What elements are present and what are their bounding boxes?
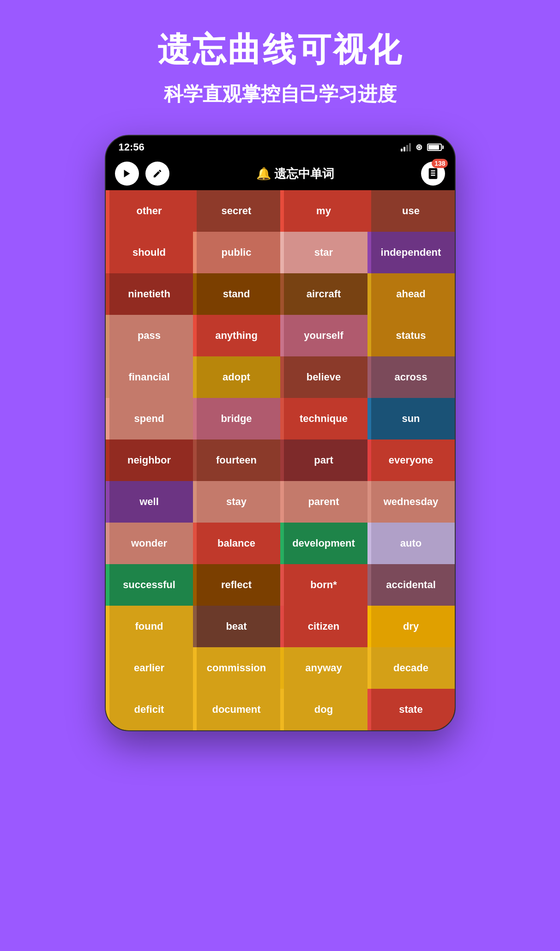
word-cell[interactable]: stand [193, 273, 280, 315]
word-cell[interactable]: neighbor [106, 439, 193, 481]
word-cell[interactable]: beat [193, 606, 280, 647]
play-button[interactable] [115, 162, 139, 186]
word-cell[interactable]: earlier [106, 647, 193, 689]
word-label: neighbor [127, 454, 171, 466]
word-cell[interactable]: star [280, 232, 367, 273]
word-cell[interactable]: pass [106, 315, 193, 356]
word-label: believe [307, 371, 341, 383]
word-label: yourself [304, 330, 343, 342]
word-cell[interactable]: across [367, 356, 455, 398]
word-cell[interactable]: development [280, 523, 367, 564]
word-label: anyway [305, 662, 342, 674]
word-label: everyone [389, 454, 434, 466]
word-cell[interactable]: document [193, 689, 280, 730]
word-label: citizen [308, 620, 339, 632]
word-label: document [212, 704, 260, 716]
word-cell[interactable]: status [367, 315, 455, 356]
page-title: 遗忘曲线可视化 [157, 28, 403, 72]
word-label: should [132, 247, 166, 259]
word-label: deficit [134, 704, 164, 716]
word-cell[interactable]: dog [280, 689, 367, 730]
word-cell[interactable]: wednesday [367, 481, 455, 523]
word-label: stand [223, 288, 250, 300]
word-label: anything [215, 330, 258, 342]
word-cell[interactable]: deficit [106, 689, 193, 730]
word-cell[interactable]: everyone [367, 439, 455, 481]
word-label: earlier [134, 662, 164, 674]
word-cell[interactable]: balance [193, 523, 280, 564]
word-cell[interactable]: yourself [280, 315, 367, 356]
toolbar-right: 138 [421, 162, 445, 186]
word-cell[interactable]: financial [106, 356, 193, 398]
word-label: parent [308, 496, 339, 508]
word-cell[interactable]: technique [280, 398, 367, 439]
word-cell[interactable]: other [106, 190, 193, 232]
word-cell[interactable]: state [367, 689, 455, 730]
svg-marker-0 [124, 170, 130, 178]
word-cell[interactable]: ninetieth [106, 273, 193, 315]
page-subtitle: 科学直观掌控自己学习进度 [164, 81, 397, 107]
word-cell[interactable]: independent [367, 232, 455, 273]
word-cell[interactable]: well [106, 481, 193, 523]
word-cell[interactable]: my [280, 190, 367, 232]
word-label: balance [217, 537, 255, 549]
word-label: commission [207, 662, 266, 674]
word-label: dog [314, 704, 333, 716]
word-label: fourteen [216, 454, 257, 466]
word-cell[interactable]: reflect [193, 564, 280, 606]
word-label: spend [134, 413, 164, 425]
word-cell[interactable]: believe [280, 356, 367, 398]
word-cell[interactable]: stay [193, 481, 280, 523]
app-toolbar: 🔔 遗忘中单词 138 [106, 157, 455, 190]
word-label: stay [226, 496, 247, 508]
word-label: public [222, 247, 252, 259]
word-cell[interactable]: auto [367, 523, 455, 564]
word-cell[interactable]: aircraft [280, 273, 367, 315]
word-cell[interactable]: citizen [280, 606, 367, 647]
word-label: successful [123, 579, 175, 591]
word-label: reflect [221, 579, 252, 591]
status-icons: ⊛ [401, 142, 442, 152]
word-label: state [399, 704, 422, 716]
word-label: bridge [221, 413, 252, 425]
word-cell[interactable]: found [106, 606, 193, 647]
word-cell[interactable]: commission [193, 647, 280, 689]
word-cell[interactable]: ahead [367, 273, 455, 315]
word-label: ninetieth [128, 288, 170, 300]
word-cell[interactable]: sun [367, 398, 455, 439]
word-cell[interactable]: anything [193, 315, 280, 356]
word-label: pass [138, 330, 161, 342]
word-label: ahead [396, 288, 426, 300]
word-cell[interactable]: wonder [106, 523, 193, 564]
word-cell[interactable]: fourteen [193, 439, 280, 481]
word-cell[interactable]: adopt [193, 356, 280, 398]
word-cell[interactable]: spend [106, 398, 193, 439]
word-cell[interactable]: secret [193, 190, 280, 232]
word-cell[interactable]: accidental [367, 564, 455, 606]
word-cell[interactable]: public [193, 232, 280, 273]
word-grid: othersecretmyuseshouldpublicstarindepend… [106, 190, 455, 730]
word-cell[interactable]: successful [106, 564, 193, 606]
word-label: status [396, 330, 426, 342]
word-label: technique [300, 413, 348, 425]
word-cell[interactable]: dry [367, 606, 455, 647]
word-cell[interactable]: decade [367, 647, 455, 689]
word-label: well [139, 496, 159, 508]
word-label: part [314, 454, 333, 466]
word-cell[interactable]: bridge [193, 398, 280, 439]
word-label: wonder [131, 537, 167, 549]
signal-icon [401, 143, 411, 151]
edit-button[interactable] [145, 162, 169, 186]
status-bar: 12:56 ⊛ [106, 136, 455, 157]
word-label: aircraft [307, 288, 341, 300]
word-label: born* [310, 579, 337, 591]
word-cell[interactable]: part [280, 439, 367, 481]
word-cell[interactable]: born* [280, 564, 367, 606]
word-cell[interactable]: parent [280, 481, 367, 523]
word-label: accidental [386, 579, 436, 591]
word-cell[interactable]: anyway [280, 647, 367, 689]
word-cell[interactable]: should [106, 232, 193, 273]
word-label: development [292, 537, 355, 549]
word-cell[interactable]: use [367, 190, 455, 232]
word-label: sun [402, 413, 420, 425]
